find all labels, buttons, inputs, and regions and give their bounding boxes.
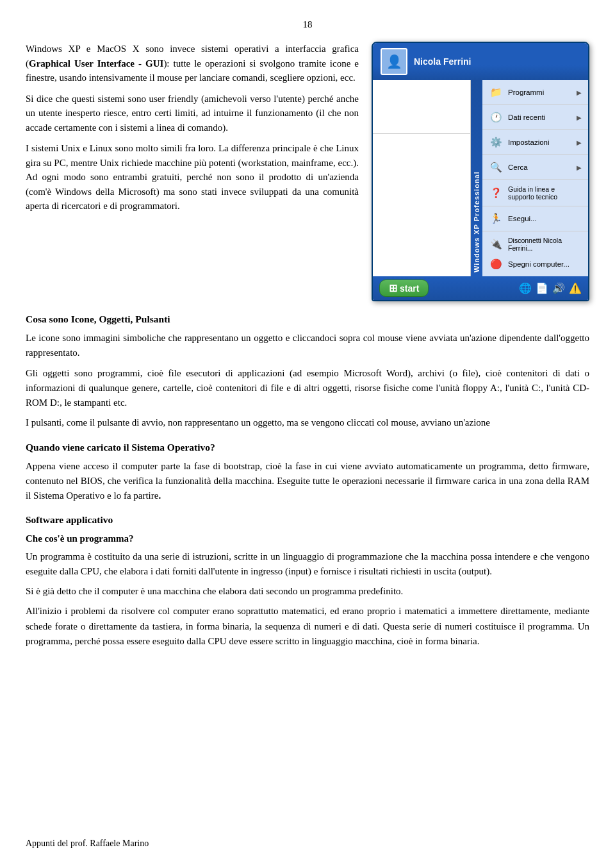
winxp-item-spegni[interactable]: 🔴 Spegni computer... [482,255,588,274]
page: 18 Windows XP e MacOS X sono invece sist… [0,0,615,868]
divider-1 [482,104,588,105]
guida-label: Guida in linea e supporto tecnico [508,185,582,201]
taskbar-icon-globe: 🌐 [519,282,532,294]
software-p1: Un programma è costituito da una serie d… [26,549,589,580]
software-p2: Si è già detto che il computer è una mac… [26,584,589,599]
quando-viene-heading: Quando viene caricato il Sistema Operati… [26,440,589,455]
cosa-sono-p3: I pulsanti, come il pulsante di avvio, n… [26,415,589,430]
programmi-arrow: ▶ [577,89,582,96]
cerca-arrow: ▶ [577,164,582,171]
divider-4 [482,179,588,180]
winxp-item-impostazioni[interactable]: ⚙️ Impostazioni ▶ [482,133,588,152]
winxp-item-guida[interactable]: ❓ Guida in linea e supporto tecnico [482,183,588,203]
intro-paragraph-2: Si dice che questi sistemi sono user fri… [26,92,359,135]
winxp-right-panel: 📁 Programmi ▶ 🕐 Dati recenti ▶ ⚙️ [482,80,588,276]
impostazioni-icon: ⚙️ [489,135,503,149]
cosa-sono-heading: Cosa sono Icone, Oggetti, Pulsanti [26,312,589,327]
taskbar-icon-sound: 🔊 [552,282,565,294]
top-text-block: Windows XP e MacOS X sono invece sistemi… [26,42,359,301]
taskbar-icon-doc: 📄 [536,282,548,294]
winxp-header: 👤 Nicola Ferrini [373,43,588,80]
programmi-label: Programmi [508,88,571,96]
winxp-taskbar-icons: 🌐 📄 🔊 ⚠️ [519,282,582,294]
programma-subheading: Che cos'è un programma? [26,531,589,546]
windows-logo-icon: ⊞ [389,282,397,294]
cerca-label: Cerca [508,163,571,171]
dati-arrow: ▶ [577,114,582,121]
winxp-item-dati[interactable]: 🕐 Dati recenti ▶ [482,108,588,127]
start-label: start [400,283,419,294]
taskbar-icon-warn: ⚠️ [569,282,582,294]
gui-bold: Graphical User Interface - GUI [29,58,163,69]
spegni-icon: 🔴 [489,257,503,271]
winxp-item-cerca[interactable]: 🔍 Cerca ▶ [482,158,588,177]
winxp-item-esegui[interactable]: 🏃 Esegui... [482,209,588,228]
page-number: 18 [26,19,589,30]
programmi-icon: 📁 [489,85,503,99]
disconnetti-icon: 🔌 [489,237,503,251]
esegui-label: Esegui... [508,215,582,222]
winxp-start-button[interactable]: ⊞ start [379,280,429,297]
divider-3 [482,154,588,155]
dati-label: Dati recenti [508,113,571,121]
winxp-username: Nicola Ferrini [414,56,471,67]
guida-icon: ❓ [489,186,503,200]
winxp-avatar: 👤 [381,48,407,75]
disconnetti-label: Disconnetti Nicola Ferrini... [508,237,582,252]
esegui-icon: 🏃 [489,212,503,226]
winxp-left-panel [373,80,471,276]
cerca-icon: 🔍 [489,160,503,174]
software-applicativo-heading: Software applicativo [26,512,589,528]
dati-icon: 🕐 [489,110,503,124]
intro-paragraph-3: I sistemi Unix e Linux sono molto simili… [26,141,359,213]
quando-viene-section: Quando viene caricato il Sistema Operati… [26,440,589,504]
spegni-label: Spegni computer... [508,260,582,268]
winxp-item-programmi[interactable]: 📁 Programmi ▶ [482,83,588,102]
impostazioni-arrow: ▶ [577,139,582,146]
cosa-sono-section: Cosa sono Icone, Oggetti, Pulsanti Le ic… [26,312,589,431]
intro-paragraph-1: Windows XP e MacOS X sono invece sistemi… [26,42,359,85]
top-section: Windows XP e MacOS X sono invece sistemi… [26,42,589,301]
divider-5 [482,206,588,206]
winxp-item-disconnetti[interactable]: 🔌 Disconnetti Nicola Ferrini... [482,234,588,255]
winxp-body: Windows XP Professional 📁 Programmi ▶ 🕐 … [373,80,588,276]
quando-viene-p1: Appena viene acceso il computer parte la… [26,459,589,504]
impostazioni-label: Impostazioni [508,138,571,146]
software-applicativo-section: Software applicativo Che cos'è un progra… [26,512,589,649]
software-p3: All'inizio i problemi da risolvere col c… [26,604,589,649]
winxp-start-menu: 👤 Nicola Ferrini Windows XP Professional [372,42,589,301]
page-footer: Appunti del prof. Raffaele Marino [26,839,149,849]
winxp-side-label: Windows XP Professional [471,80,482,276]
cosa-sono-p1: Le icone sono immagini simboliche che ra… [26,331,589,361]
divider-6 [482,231,588,231]
divider-2 [482,129,588,130]
cosa-sono-p2: Gli oggetti sono programmi, cioè file es… [26,366,589,411]
winxp-footer: ⊞ start 🌐 📄 🔊 ⚠️ [373,276,588,300]
